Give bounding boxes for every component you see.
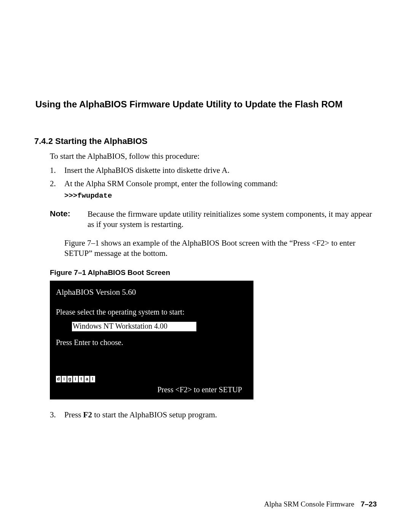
step3-key: F2	[83, 410, 92, 419]
logo-letter: g	[67, 376, 72, 382]
note-block: Note: Because the firmware update utilit…	[50, 209, 377, 230]
boot-enter-hint: Press Enter to choose.	[56, 338, 247, 347]
note-text: Because the firmware update utility rein…	[88, 209, 377, 230]
figure-reference: Figure 7–1 shows an example of the Alpha…	[64, 238, 362, 259]
boot-f2-hint: Press <F2> to enter SETUP	[157, 385, 242, 394]
boot-selected-wrapper: Windows NT Workstation 4.00	[56, 322, 247, 338]
step-text: Insert the AlphaBIOS diskette into diske…	[64, 166, 377, 175]
logo-letter: i	[73, 376, 78, 382]
figure-caption: Figure 7–1 AlphaBIOS Boot Screen	[50, 268, 377, 277]
page-footer: Alpha SRM Console Firmware 7–23	[264, 500, 377, 508]
section-heading: 7.4.2 Starting the AlphaBIOS	[34, 136, 377, 146]
step-number: 2.	[50, 179, 64, 204]
step-text-inner: At the Alpha SRM Console prompt, enter t…	[64, 179, 278, 188]
footer-page-number: 7–23	[361, 500, 377, 508]
document-page: Using the AlphaBIOS Firmware Update Util…	[0, 0, 411, 420]
logo-letter: d	[56, 376, 61, 382]
list-item: 2. At the Alpha SRM Console prompt, ente…	[50, 179, 377, 204]
footer-label: Alpha SRM Console Firmware	[264, 500, 354, 508]
procedure-list: 1. Insert the AlphaBIOS diskette into di…	[50, 166, 377, 204]
logo-letter: i	[62, 376, 67, 382]
intro-paragraph: To start the AlphaBIOS, follow this proc…	[50, 152, 377, 161]
boot-selected-os: Windows NT Workstation 4.00	[72, 322, 196, 331]
step-number: 1.	[50, 166, 64, 175]
list-item: 1. Insert the AlphaBIOS diskette into di…	[50, 166, 377, 175]
step3-pre: Press	[64, 410, 83, 419]
boot-title: AlphaBIOS Version 5.60	[56, 288, 247, 297]
command-code: >>>fwupdate	[64, 192, 377, 200]
page-main-heading: Using the AlphaBIOS Firmware Update Util…	[35, 99, 377, 110]
logo-letter: t	[79, 376, 84, 382]
note-label: Note:	[50, 209, 88, 230]
logo-letter: l	[90, 376, 95, 382]
logo-letter: a	[84, 376, 89, 382]
step-text: At the Alpha SRM Console prompt, enter t…	[64, 179, 377, 204]
list-item: 3. Press F2 to start the AlphaBIOS setup…	[50, 410, 377, 420]
digital-logo: d i g i t a l	[56, 376, 95, 382]
step3-post: to start the AlphaBIOS setup program.	[92, 410, 217, 419]
step-number: 3.	[50, 410, 64, 420]
boot-prompt: Please select the operating system to st…	[56, 308, 247, 316]
alphabios-boot-screen: AlphaBIOS Version 5.60 Please select the…	[50, 281, 253, 399]
step-text: Press F2 to start the AlphaBIOS setup pr…	[64, 410, 377, 420]
